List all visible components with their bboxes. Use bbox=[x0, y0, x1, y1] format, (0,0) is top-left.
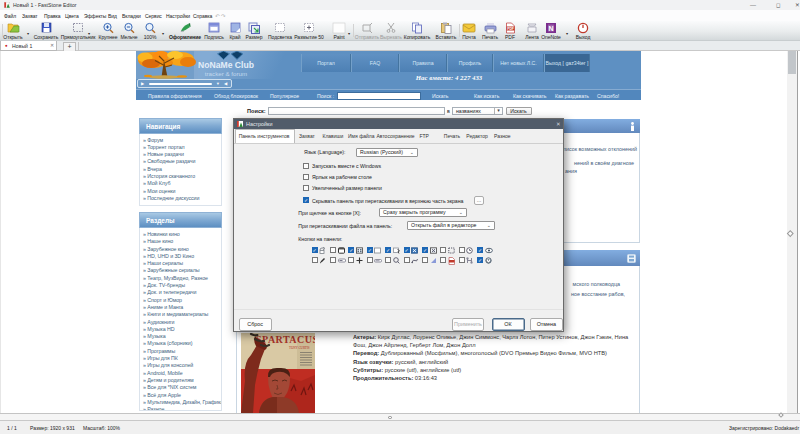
svg-text:N: N bbox=[548, 25, 553, 32]
svg-text:TONY CURTIS: TONY CURTIS bbox=[289, 346, 310, 350]
svg-text:SPARTACUS: SPARTACUS bbox=[256, 334, 315, 345]
